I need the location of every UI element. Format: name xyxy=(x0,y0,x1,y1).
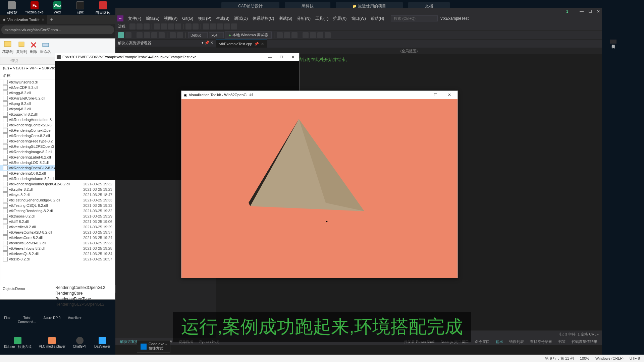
toolbar-button[interactable] xyxy=(168,23,174,29)
file-row[interactable]: vtkViewsContext2D-8.2.dll2021-03-25 19:3… xyxy=(0,230,115,235)
bottom-tab-output[interactable]: 输出 xyxy=(493,338,506,345)
menu-view[interactable]: 视图(V) xyxy=(162,15,179,22)
copy-to-button[interactable]: 复制到 xyxy=(16,41,27,54)
taskbar-f3d[interactable]: f3d.exe - 快捷方式 xyxy=(2,336,34,350)
undo-button[interactable] xyxy=(170,32,176,38)
toolbar-button[interactable] xyxy=(291,32,298,38)
toolbar-button[interactable] xyxy=(137,23,143,29)
toolbar-button[interactable] xyxy=(175,23,181,29)
taskbar-vlc[interactable]: VLC media player xyxy=(37,336,67,350)
save-all-button[interactable] xyxy=(159,32,165,38)
toolbar-button[interactable] xyxy=(277,32,283,38)
bottom-tab[interactable]: 命令窗口 xyxy=(472,338,492,345)
browser-tab[interactable]: ◈ Visualization Toolkit ✕ xyxy=(0,15,47,24)
toolbar-button[interactable] xyxy=(231,23,237,29)
menu-file[interactable]: 文件(F) xyxy=(126,15,143,22)
redo-button[interactable] xyxy=(177,32,183,38)
menu-extensions[interactable]: 扩展(X) xyxy=(331,15,348,22)
save-button[interactable] xyxy=(151,32,157,38)
toolbar-button[interactable] xyxy=(193,23,199,29)
toolbar-button[interactable] xyxy=(144,23,150,29)
toolbar-button[interactable] xyxy=(303,32,309,38)
taskbar-item[interactable]: Axure RP 9 xyxy=(41,315,62,324)
nav-back-icon[interactable] xyxy=(118,32,124,38)
close-icon[interactable]: ✕ xyxy=(443,93,455,97)
new-tab-button[interactable]: + xyxy=(47,16,57,22)
file-row[interactable]: vtkTestingGenericBridge-8.2.dll2021-03-2… xyxy=(0,197,115,203)
platform-dropdown[interactable]: x64 xyxy=(209,32,224,38)
code-float-taskbar[interactable]: Code.exe - 快捷方式 xyxy=(137,340,170,353)
toolbar-button[interactable] xyxy=(284,32,290,38)
close-icon[interactable]: ✕ xyxy=(288,55,298,59)
close-icon[interactable]: ✕ xyxy=(597,9,600,14)
toolbar-button[interactable] xyxy=(310,32,316,38)
config-dropdown[interactable]: Debug xyxy=(188,32,208,38)
menu-build[interactable]: 生成(B) xyxy=(214,15,231,22)
file-row[interactable]: vtkTestingIOSQL-8.2.dll2021-03-25 19:33 xyxy=(0,203,115,208)
toolbar-button[interactable] xyxy=(185,23,192,29)
menu-git[interactable]: Git(G) xyxy=(180,15,195,21)
minimize-icon[interactable]: — xyxy=(580,9,584,14)
menu-tools[interactable]: 工具(T) xyxy=(313,15,330,22)
menu-help[interactable]: 帮助(H) xyxy=(369,15,386,22)
maximize-icon[interactable]: ☐ xyxy=(429,93,441,97)
toolbar-button[interactable] xyxy=(217,23,223,29)
file-row[interactable]: vtkViewsQt-8.2.dll2021-03-25 19:34 xyxy=(0,251,115,256)
open-button[interactable] xyxy=(144,32,150,38)
toolbar-button[interactable] xyxy=(129,23,136,29)
menu-project[interactable]: 项目(P) xyxy=(196,15,213,22)
toolbar-button[interactable] xyxy=(317,32,323,38)
taskbar-item[interactable]: Flux xyxy=(2,315,12,324)
menu-debug[interactable]: 调试(D) xyxy=(232,15,250,22)
file-row[interactable]: vtkverdict-8.2.dll2021-03-25 19:29 xyxy=(0,224,115,230)
vs-notification-count[interactable]: 1 xyxy=(566,9,575,13)
taskbar-chatgpt[interactable]: ChatGPT xyxy=(71,336,89,350)
toolbar-button[interactable] xyxy=(203,23,209,29)
bottom-tab[interactable]: 代码度量值结果 xyxy=(569,338,600,345)
file-row[interactable]: vtkRenderingVolumeOpenGL2-8.2.dll2021-03… xyxy=(0,181,115,187)
file-row[interactable]: vtkViewsInfovis-8.2.dll2021-03-25 19:28 xyxy=(0,246,115,251)
console-titlebar[interactable]: ⬛ E:\Vs2017\WPF\SDKVtkExample\vtkExample… xyxy=(55,53,299,61)
vtk-canvas[interactable]: ▸ xyxy=(181,99,458,278)
bottom-tab[interactable]: 书签 xyxy=(555,338,568,345)
toolbar-button[interactable] xyxy=(154,23,160,29)
maximize-icon[interactable]: ☐ xyxy=(276,55,286,59)
file-row[interactable]: vtksqlite-8.2.dll2021-03-25 19:23 xyxy=(0,187,115,192)
taskbar-dasviewer[interactable]: DasViewer xyxy=(92,336,112,350)
vtk-titlebar[interactable]: ▣ Visualization Toolkit - Win32OpenGL #1… xyxy=(181,91,458,99)
tab-close-icon[interactable]: ✕ xyxy=(42,18,44,21)
nav-forward-icon[interactable] xyxy=(125,32,131,38)
menu-analyze[interactable]: 分析(N) xyxy=(295,15,313,22)
file-row[interactable]: vtksys-8.2.dll2021-03-25 18:47 xyxy=(0,192,115,197)
menu-window[interactable]: 窗口(W) xyxy=(349,15,368,22)
tab-pin-icon[interactable]: 📌 xyxy=(254,42,259,46)
run-debugger-button[interactable]: 本地 Windows 调试器 xyxy=(225,32,272,39)
url-bar[interactable]: examples.vtk.org/site/Cxx/Geom... xyxy=(1,25,114,34)
bottom-tab[interactable]: 查找符号结果 xyxy=(527,338,555,345)
file-row[interactable]: vtktheora-8.2.dll2021-03-25 19:29 xyxy=(0,214,115,219)
maximize-icon[interactable]: ☐ xyxy=(588,9,592,14)
minimize-icon[interactable]: — xyxy=(415,93,427,97)
new-button[interactable] xyxy=(137,32,143,38)
menu-architecture[interactable]: 体系结构(C) xyxy=(251,15,276,22)
menu-test[interactable]: 测试(S) xyxy=(277,15,294,22)
file-row[interactable]: vtkTestingRendering-8.2.dll2021-03-25 19… xyxy=(0,208,115,214)
bottom-tab[interactable]: 错误列表 xyxy=(506,338,527,345)
delete-button[interactable]: 删除 xyxy=(30,41,37,54)
file-row[interactable]: vtkzlib-8.2.dll2021-03-25 18:57 xyxy=(0,256,115,262)
menu-edit[interactable]: 编辑(E) xyxy=(144,15,161,22)
editor-tab-active[interactable]: vtkExampleTest.cpp 📌 ✕ xyxy=(216,40,267,48)
toolbar-button[interactable] xyxy=(325,32,331,38)
file-row[interactable]: vtkViewsGeovis-8.2.dll2021-03-25 19:33 xyxy=(0,240,115,246)
minimize-icon[interactable]: — xyxy=(265,55,275,59)
toolbar-button[interactable] xyxy=(224,23,230,29)
taskbar-item[interactable]: TotalCommand... xyxy=(16,315,38,324)
rename-button[interactable]: 重命名 xyxy=(40,41,51,54)
tab-close-icon[interactable]: ✕ xyxy=(261,42,264,46)
panel-pin-icon[interactable]: ▾ 📌 ✕ xyxy=(202,41,213,46)
file-row[interactable]: vtkViewsCore-8.2.dll2021-03-25 19:24 xyxy=(0,235,115,240)
toolbar-button[interactable] xyxy=(210,23,216,29)
file-row[interactable]: vtktiff-8.2.dll2021-03-25 19:06 xyxy=(0,219,115,224)
toolbar-button[interactable] xyxy=(161,23,167,29)
vs-search-input[interactable] xyxy=(391,15,438,21)
